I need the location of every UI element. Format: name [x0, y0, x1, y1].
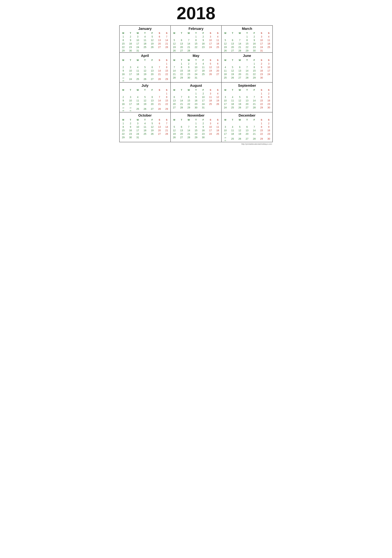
- day-cell: 5: [149, 122, 156, 125]
- day-header: T: [178, 31, 185, 35]
- day-cell: 26: [236, 136, 243, 142]
- day-cell: 20: [171, 102, 178, 106]
- day-cell: 12: [149, 125, 156, 129]
- day-cell: 24: [258, 45, 265, 49]
- day-cell: [171, 35, 178, 38]
- day-cell: 20: [156, 42, 163, 45]
- day-cell: 14: [185, 129, 193, 132]
- day-cell: 27: [156, 132, 163, 136]
- day-cell: 3: [127, 65, 134, 69]
- day-cell: 21: [156, 102, 163, 106]
- day-cell: 1: [163, 92, 170, 95]
- day-cell: 4: [134, 65, 141, 69]
- day-cell: 19: [149, 129, 156, 132]
- day-cell: 11: [229, 129, 236, 132]
- day-cell: [178, 122, 185, 125]
- day-cell: 11: [229, 99, 236, 102]
- day-cell: 4: [214, 92, 222, 95]
- day-cell: 14: [243, 69, 251, 72]
- day-header: W: [134, 31, 141, 35]
- month-name: October: [120, 113, 170, 118]
- day-cell: 23: [265, 102, 272, 106]
- day-cell: 9: [120, 69, 127, 72]
- day-header: T: [141, 88, 149, 92]
- day-cell: 20: [236, 72, 243, 76]
- day-cell: [229, 35, 236, 38]
- day-cell: 27: [178, 136, 185, 139]
- day-cell: 8: [185, 95, 193, 99]
- day-cell: 28: [156, 76, 163, 82]
- day-cell: 14: [236, 42, 243, 45]
- day-cell: 4: [265, 35, 272, 38]
- day-cell: 7: [251, 95, 258, 99]
- day-header: T: [141, 118, 149, 122]
- month-block-april: AprilMTWTFSS1234567891011121314151617181…: [120, 53, 171, 83]
- day-cell: 18: [229, 132, 236, 136]
- day-cell: 5: [229, 65, 236, 69]
- day-header: W: [134, 59, 141, 62]
- day-header: S: [258, 118, 265, 122]
- day-cell: 27: [156, 45, 163, 49]
- day-cell: [149, 136, 156, 139]
- day-cell: 11: [214, 38, 222, 42]
- month-table: MTWTFSS123456789101112131415161718192021…: [222, 59, 272, 79]
- day-cell: 25: [229, 136, 236, 142]
- day-cell: 25: [214, 45, 222, 49]
- month-name: September: [222, 83, 272, 88]
- day-header: S: [163, 31, 170, 35]
- day-cell: 23: [251, 45, 258, 49]
- day-cell: 18: [134, 102, 141, 106]
- day-cell: 13: [149, 99, 156, 102]
- day-cell: [141, 62, 149, 65]
- day-header: M: [222, 31, 229, 35]
- day-cell: 19: [141, 72, 149, 76]
- day-cell: 11: [134, 99, 141, 102]
- day-cell: 17: [127, 102, 134, 106]
- day-cell: 7: [156, 65, 163, 69]
- month-table: MTWTFSS123456789101112131415161718192021…: [222, 118, 272, 142]
- day-cell: 3: [207, 122, 214, 125]
- day-cell: 28: [163, 132, 170, 136]
- day-cell: 31: [134, 136, 141, 139]
- day-header: T: [141, 31, 149, 35]
- day-cell: 1: [163, 62, 170, 65]
- day-header: M: [222, 59, 229, 62]
- day-cell: 31: [200, 106, 207, 109]
- day-cell: 1: [258, 92, 265, 95]
- day-cell: 8: [258, 125, 265, 129]
- day-header: S: [156, 59, 163, 62]
- day-cell: [214, 106, 222, 109]
- day-cell: 26: [149, 45, 156, 49]
- day-cell: 6: [243, 125, 251, 129]
- day-cell: 10: [200, 95, 207, 99]
- day-cell: 16: [120, 72, 127, 76]
- day-cell: 18: [207, 99, 214, 102]
- day-cell: [265, 49, 272, 52]
- day-cell: 25: [134, 76, 141, 82]
- day-header: M: [171, 59, 178, 62]
- day-cell: [156, 62, 163, 65]
- day-cell: 10: [127, 99, 134, 102]
- day-cell: 18: [214, 42, 222, 45]
- day-cell: 1: [192, 122, 200, 125]
- day-cell: 23: [200, 132, 207, 136]
- day-cell: 21: [251, 132, 258, 136]
- day-cell: 7: [236, 38, 243, 42]
- day-cell: [229, 62, 236, 65]
- day-cell: 20: [229, 45, 236, 49]
- day-cell: 17: [127, 72, 134, 76]
- day-cell: 27: [229, 49, 236, 52]
- day-header: S: [156, 88, 163, 92]
- day-cell: [200, 49, 207, 52]
- day-cell: 2: [200, 122, 207, 125]
- day-cell: 23: [258, 72, 265, 76]
- day-cell: 25: [214, 132, 222, 136]
- day-cell: 28: [243, 76, 251, 79]
- day-cell: 5: [141, 95, 149, 99]
- day-cell: 4: [229, 125, 236, 129]
- day-cell: 19: [171, 132, 178, 136]
- day-header: W: [236, 59, 243, 62]
- day-cell: 10: [258, 38, 265, 42]
- month-table: MTWTFSS123456789101112131415161718192021…: [171, 31, 222, 52]
- day-cell: 26: [207, 72, 214, 76]
